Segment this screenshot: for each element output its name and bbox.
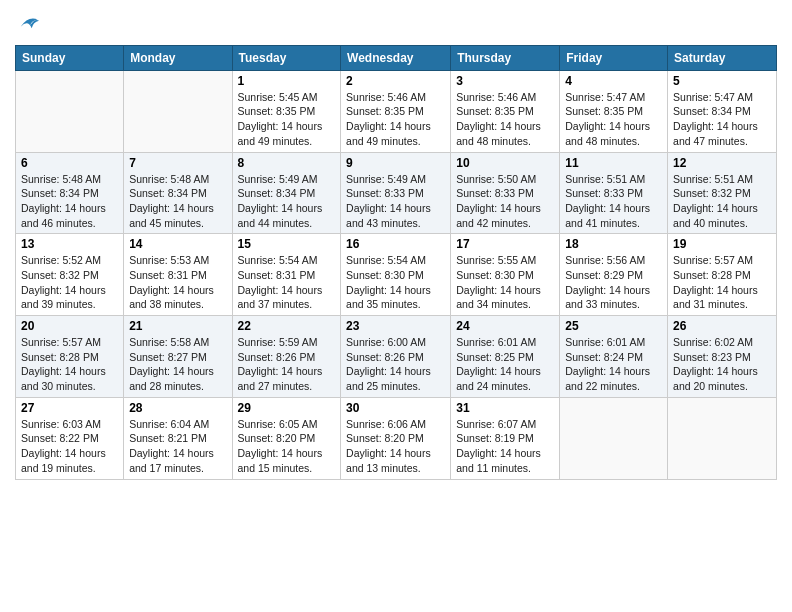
calendar-day-cell: 6Sunrise: 5:48 AM Sunset: 8:34 PM Daylig… [16,152,124,234]
calendar-day-cell: 5Sunrise: 5:47 AM Sunset: 8:34 PM Daylig… [668,70,777,152]
day-info: Sunrise: 5:48 AM Sunset: 8:34 PM Dayligh… [21,172,118,231]
day-number: 3 [456,74,554,88]
day-number: 29 [238,401,336,415]
day-info: Sunrise: 6:01 AM Sunset: 8:24 PM Dayligh… [565,335,662,394]
day-number: 10 [456,156,554,170]
calendar-week-row: 1Sunrise: 5:45 AM Sunset: 8:35 PM Daylig… [16,70,777,152]
day-number: 21 [129,319,226,333]
day-info: Sunrise: 5:59 AM Sunset: 8:26 PM Dayligh… [238,335,336,394]
calendar-day-cell: 12Sunrise: 5:51 AM Sunset: 8:32 PM Dayli… [668,152,777,234]
calendar-day-cell: 14Sunrise: 5:53 AM Sunset: 8:31 PM Dayli… [124,234,232,316]
calendar-header-row: SundayMondayTuesdayWednesdayThursdayFrid… [16,45,777,70]
weekday-header: Sunday [16,45,124,70]
header [15,10,777,39]
day-number: 18 [565,237,662,251]
day-info: Sunrise: 5:50 AM Sunset: 8:33 PM Dayligh… [456,172,554,231]
calendar-day-cell: 31Sunrise: 6:07 AM Sunset: 8:19 PM Dayli… [451,397,560,479]
calendar-day-cell [124,70,232,152]
day-number: 1 [238,74,336,88]
day-info: Sunrise: 5:55 AM Sunset: 8:30 PM Dayligh… [456,253,554,312]
calendar-day-cell: 3Sunrise: 5:46 AM Sunset: 8:35 PM Daylig… [451,70,560,152]
day-info: Sunrise: 5:48 AM Sunset: 8:34 PM Dayligh… [129,172,226,231]
calendar-week-row: 27Sunrise: 6:03 AM Sunset: 8:22 PM Dayli… [16,397,777,479]
calendar-day-cell: 27Sunrise: 6:03 AM Sunset: 8:22 PM Dayli… [16,397,124,479]
day-number: 7 [129,156,226,170]
calendar-day-cell: 24Sunrise: 6:01 AM Sunset: 8:25 PM Dayli… [451,316,560,398]
day-number: 15 [238,237,336,251]
day-number: 27 [21,401,118,415]
day-info: Sunrise: 5:57 AM Sunset: 8:28 PM Dayligh… [673,253,771,312]
day-number: 11 [565,156,662,170]
day-number: 2 [346,74,445,88]
day-info: Sunrise: 5:54 AM Sunset: 8:31 PM Dayligh… [238,253,336,312]
day-number: 23 [346,319,445,333]
day-info: Sunrise: 5:46 AM Sunset: 8:35 PM Dayligh… [346,90,445,149]
day-info: Sunrise: 6:03 AM Sunset: 8:22 PM Dayligh… [21,417,118,476]
calendar-week-row: 20Sunrise: 5:57 AM Sunset: 8:28 PM Dayli… [16,316,777,398]
day-info: Sunrise: 6:05 AM Sunset: 8:20 PM Dayligh… [238,417,336,476]
day-number: 30 [346,401,445,415]
day-info: Sunrise: 5:54 AM Sunset: 8:30 PM Dayligh… [346,253,445,312]
calendar-day-cell: 22Sunrise: 5:59 AM Sunset: 8:26 PM Dayli… [232,316,341,398]
day-info: Sunrise: 6:07 AM Sunset: 8:19 PM Dayligh… [456,417,554,476]
calendar-day-cell: 8Sunrise: 5:49 AM Sunset: 8:34 PM Daylig… [232,152,341,234]
calendar-day-cell: 20Sunrise: 5:57 AM Sunset: 8:28 PM Dayli… [16,316,124,398]
calendar-day-cell: 18Sunrise: 5:56 AM Sunset: 8:29 PM Dayli… [560,234,668,316]
day-number: 19 [673,237,771,251]
calendar-day-cell: 4Sunrise: 5:47 AM Sunset: 8:35 PM Daylig… [560,70,668,152]
calendar-day-cell: 13Sunrise: 5:52 AM Sunset: 8:32 PM Dayli… [16,234,124,316]
day-number: 22 [238,319,336,333]
weekday-header: Wednesday [341,45,451,70]
weekday-header: Friday [560,45,668,70]
day-info: Sunrise: 6:00 AM Sunset: 8:26 PM Dayligh… [346,335,445,394]
calendar-day-cell: 29Sunrise: 6:05 AM Sunset: 8:20 PM Dayli… [232,397,341,479]
calendar-day-cell [560,397,668,479]
calendar-day-cell: 1Sunrise: 5:45 AM Sunset: 8:35 PM Daylig… [232,70,341,152]
day-info: Sunrise: 6:01 AM Sunset: 8:25 PM Dayligh… [456,335,554,394]
calendar-day-cell: 19Sunrise: 5:57 AM Sunset: 8:28 PM Dayli… [668,234,777,316]
calendar-day-cell: 17Sunrise: 5:55 AM Sunset: 8:30 PM Dayli… [451,234,560,316]
day-number: 28 [129,401,226,415]
calendar-day-cell: 25Sunrise: 6:01 AM Sunset: 8:24 PM Dayli… [560,316,668,398]
day-info: Sunrise: 5:46 AM Sunset: 8:35 PM Dayligh… [456,90,554,149]
day-info: Sunrise: 5:47 AM Sunset: 8:34 PM Dayligh… [673,90,771,149]
day-number: 26 [673,319,771,333]
calendar-table: SundayMondayTuesdayWednesdayThursdayFrid… [15,45,777,480]
day-info: Sunrise: 5:57 AM Sunset: 8:28 PM Dayligh… [21,335,118,394]
calendar-day-cell: 16Sunrise: 5:54 AM Sunset: 8:30 PM Dayli… [341,234,451,316]
day-number: 24 [456,319,554,333]
day-number: 14 [129,237,226,251]
calendar-day-cell: 2Sunrise: 5:46 AM Sunset: 8:35 PM Daylig… [341,70,451,152]
calendar-day-cell: 9Sunrise: 5:49 AM Sunset: 8:33 PM Daylig… [341,152,451,234]
day-info: Sunrise: 5:45 AM Sunset: 8:35 PM Dayligh… [238,90,336,149]
logo [15,14,39,39]
calendar-day-cell: 11Sunrise: 5:51 AM Sunset: 8:33 PM Dayli… [560,152,668,234]
day-number: 17 [456,237,554,251]
weekday-header: Saturday [668,45,777,70]
weekday-header: Thursday [451,45,560,70]
weekday-header: Monday [124,45,232,70]
day-info: Sunrise: 5:58 AM Sunset: 8:27 PM Dayligh… [129,335,226,394]
logo-text [15,14,39,39]
calendar-week-row: 13Sunrise: 5:52 AM Sunset: 8:32 PM Dayli… [16,234,777,316]
day-number: 9 [346,156,445,170]
day-number: 13 [21,237,118,251]
calendar-day-cell: 28Sunrise: 6:04 AM Sunset: 8:21 PM Dayli… [124,397,232,479]
day-info: Sunrise: 5:51 AM Sunset: 8:33 PM Dayligh… [565,172,662,231]
day-number: 8 [238,156,336,170]
day-number: 31 [456,401,554,415]
day-number: 16 [346,237,445,251]
logo-bird-icon [17,12,39,34]
day-info: Sunrise: 5:49 AM Sunset: 8:33 PM Dayligh… [346,172,445,231]
calendar-day-cell: 7Sunrise: 5:48 AM Sunset: 8:34 PM Daylig… [124,152,232,234]
calendar-day-cell: 10Sunrise: 5:50 AM Sunset: 8:33 PM Dayli… [451,152,560,234]
day-number: 6 [21,156,118,170]
calendar-day-cell [16,70,124,152]
day-info: Sunrise: 6:06 AM Sunset: 8:20 PM Dayligh… [346,417,445,476]
day-number: 20 [21,319,118,333]
calendar-day-cell: 21Sunrise: 5:58 AM Sunset: 8:27 PM Dayli… [124,316,232,398]
day-number: 5 [673,74,771,88]
day-info: Sunrise: 5:53 AM Sunset: 8:31 PM Dayligh… [129,253,226,312]
day-info: Sunrise: 5:49 AM Sunset: 8:34 PM Dayligh… [238,172,336,231]
calendar-day-cell: 26Sunrise: 6:02 AM Sunset: 8:23 PM Dayli… [668,316,777,398]
